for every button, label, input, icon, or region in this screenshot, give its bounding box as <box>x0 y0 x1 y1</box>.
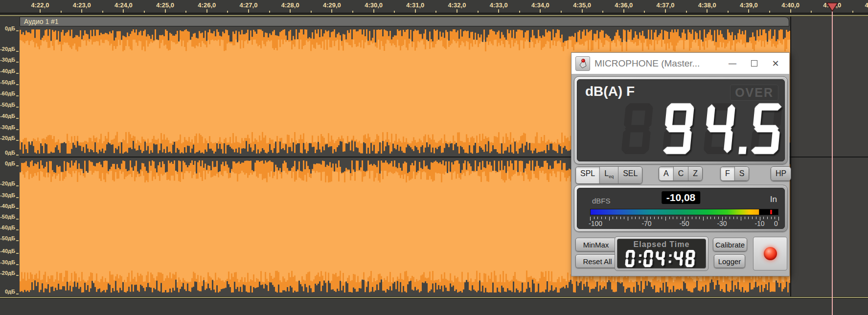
track-top-border <box>0 15 868 17</box>
weighting-button-row: SPLLeqSELACZFSHP <box>571 166 790 182</box>
meter-tick <box>775 217 775 219</box>
db-scale-tick <box>16 293 19 294</box>
db-scale-label: -60дБ <box>0 90 15 96</box>
db-scale-label: -20дБ <box>0 46 15 52</box>
db-scale-label: -50дБ <box>0 214 15 220</box>
db-scale-tick <box>16 275 19 276</box>
db-scale-label: 0дБ <box>0 25 15 31</box>
button-f[interactable]: F <box>721 167 735 180</box>
meter-tick <box>763 217 764 219</box>
timeline-tick-major <box>707 9 708 13</box>
timeline-tick-major <box>748 9 749 13</box>
close-button[interactable]: ✕ <box>765 55 786 72</box>
meter-tick <box>741 217 741 221</box>
timeline-label: 4:23,0 <box>73 1 91 9</box>
meter-tick <box>662 217 662 219</box>
timeline-tick-minor <box>102 11 103 13</box>
logger-button[interactable]: Logger <box>714 254 745 268</box>
meter-tick <box>605 217 606 219</box>
meter-tick <box>601 217 602 219</box>
meter-tick <box>628 217 628 221</box>
timeline-tick-major <box>40 9 41 13</box>
meter-tick <box>688 217 688 219</box>
highpass-group: HP <box>771 166 791 181</box>
timeline-label: 4:25,0 <box>156 1 174 9</box>
playhead-marker[interactable] <box>826 2 838 12</box>
timeline-tick-minor <box>811 11 812 13</box>
time-weighting-group: FS <box>720 166 749 181</box>
meter-tick <box>613 217 613 219</box>
meter-tick <box>733 217 734 219</box>
button-hp[interactable]: HP <box>771 167 791 180</box>
workspace-background <box>0 298 868 315</box>
button-c[interactable]: C <box>674 167 689 180</box>
db-scale-label: -30дБ <box>0 57 15 63</box>
meter-tick <box>669 217 670 219</box>
timeline-ruler[interactable]: 4:22,04:23,04:24,04:25,04:26,04:27,04:28… <box>0 0 868 14</box>
meter-tick <box>707 217 708 219</box>
meter-window: MICROPHONE (Master... — ✕ dB(A) F OVER S… <box>571 52 790 276</box>
record-button[interactable] <box>753 237 787 270</box>
db-scale-label: -40дБ <box>0 68 15 74</box>
meter-tick <box>745 217 745 219</box>
weighting-group: SPLLeqSEL <box>575 166 642 184</box>
timeline-label: 4:33,0 <box>490 1 508 9</box>
timeline-tick-major <box>81 9 82 13</box>
db-scale-tick <box>16 62 19 63</box>
minmax-button[interactable]: MinMax <box>575 238 617 251</box>
db-scale-label: -50дБ <box>0 235 15 241</box>
meter-tick <box>665 217 666 221</box>
meter-tick <box>714 217 715 219</box>
db-scale-tick <box>16 253 19 254</box>
meter-scale-label: 0 <box>774 220 778 227</box>
timeline-label: 4:26,0 <box>198 1 216 9</box>
app-icon <box>575 56 590 71</box>
meter-tick <box>696 217 696 219</box>
calibrate-button[interactable]: Calibrate <box>713 238 747 251</box>
meter-tick <box>677 217 677 219</box>
meter-value-badge: -10,08 <box>662 191 701 204</box>
meter-tick <box>658 217 659 219</box>
meter-tick <box>643 217 643 219</box>
meter-tick <box>620 217 621 219</box>
meter-scale-label: -50 <box>679 220 689 227</box>
timeline-tick-major <box>498 9 499 13</box>
meter-tick <box>632 217 632 219</box>
window-title: MICROPHONE (Master... <box>594 58 700 69</box>
db-scale-label: -30дБ <box>0 124 15 130</box>
button-leq[interactable]: Leq <box>600 167 618 183</box>
minimize-button[interactable]: — <box>722 55 743 72</box>
spl-display: dB(A) F OVER <box>577 79 785 161</box>
timeline-tick-minor <box>352 11 353 13</box>
meter-tick <box>617 217 617 219</box>
db-scale-tick <box>16 129 19 130</box>
db-scale-label: -20дБ <box>0 135 15 141</box>
timeline-label: 4:30,0 <box>365 1 383 9</box>
db-scale-label: 0дБ <box>0 289 15 294</box>
timeline-tick-minor <box>519 11 520 13</box>
button-sel[interactable]: SEL <box>618 167 642 183</box>
button-a[interactable]: A <box>659 167 674 180</box>
timeline-tick-minor <box>311 11 312 13</box>
db-scale-label: -30дБ <box>0 259 15 265</box>
meter-tick <box>597 217 598 219</box>
over-indicator: OVER <box>730 85 778 101</box>
button-z[interactable]: Z <box>688 167 702 180</box>
clip-header[interactable]: Аудио 1 #1 <box>20 17 789 26</box>
db-scale-label: -60дБ <box>0 225 15 230</box>
meter-tick <box>752 217 753 219</box>
timeline-label: 4:24,0 <box>114 1 133 9</box>
button-s[interactable]: S <box>735 167 749 180</box>
button-spl[interactable]: SPL <box>576 167 600 183</box>
maximize-button[interactable] <box>743 55 765 72</box>
meter-tick <box>699 217 700 219</box>
db-scale-label: -50дБ <box>0 79 15 85</box>
db-scale-tick <box>16 30 19 31</box>
playhead-line <box>832 10 833 315</box>
reset-all-button[interactable]: Reset All <box>575 254 619 268</box>
timeline-label: 4:27,0 <box>240 1 258 9</box>
timeline-tick-major <box>665 9 666 13</box>
db-scale-tick <box>16 240 19 241</box>
window-titlebar[interactable]: MICROPHONE (Master... — ✕ <box>571 53 789 74</box>
db-scale-tick <box>16 140 19 141</box>
